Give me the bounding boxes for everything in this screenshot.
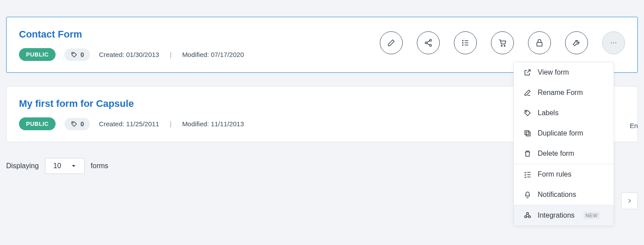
- menu-rename-form[interactable]: Rename Form: [514, 83, 614, 103]
- results-button[interactable]: [454, 31, 477, 54]
- menu-label: Integrations: [538, 211, 575, 219]
- integrations-icon: [524, 211, 532, 219]
- menu-integrations[interactable]: Integrations NEW: [514, 205, 614, 226]
- more-button[interactable]: [602, 31, 625, 54]
- menu-labels[interactable]: Labels: [514, 103, 614, 123]
- share-icon: [424, 38, 433, 47]
- tag-count: 0: [80, 121, 84, 128]
- meta-divider: |: [170, 120, 172, 128]
- tag-icon: [71, 51, 78, 58]
- caret-down-icon: [71, 163, 76, 169]
- created-date: Created: 01/30/2013: [99, 51, 159, 58]
- svg-point-5: [462, 42, 463, 43]
- wrench-icon: [572, 38, 581, 47]
- svg-point-13: [73, 122, 74, 123]
- menu-view-form[interactable]: View form: [514, 62, 614, 83]
- tag-icon: [71, 121, 78, 128]
- svg-point-14: [526, 111, 527, 112]
- visibility-badge: PUBLIC: [19, 48, 56, 61]
- menu-label: Rename Form: [538, 89, 583, 97]
- share-button[interactable]: [417, 31, 440, 54]
- settings-button[interactable]: [565, 31, 588, 54]
- svg-rect-9: [537, 42, 542, 46]
- created-date: Created: 11/25/2011: [99, 120, 159, 128]
- pager-label-after: forms: [91, 162, 109, 170]
- tag-count-badge[interactable]: 0: [64, 118, 90, 130]
- svg-point-7: [501, 45, 502, 46]
- svg-point-4: [462, 40, 463, 41]
- svg-point-8: [504, 45, 505, 46]
- modified-date: Modified: 07/17/2020: [182, 51, 244, 58]
- menu-label: Form rules: [538, 170, 571, 178]
- next-page-button[interactable]: [621, 192, 638, 209]
- cart-icon: [498, 38, 507, 47]
- menu-label: Labels: [538, 109, 558, 117]
- trash-icon: [524, 150, 532, 158]
- chevron-right-icon: [626, 198, 633, 204]
- menu-delete[interactable]: Delete form: [514, 143, 614, 164]
- svg-rect-16: [526, 132, 530, 136]
- svg-point-12: [615, 42, 617, 44]
- svg-point-11: [613, 42, 614, 44]
- truncated-text: En: [630, 122, 638, 129]
- more-actions-menu: View form Rename Form Labels Duplicate f…: [513, 62, 614, 226]
- checklist-icon: [524, 170, 532, 178]
- rename-icon: [524, 89, 532, 97]
- menu-label: Delete form: [538, 150, 574, 158]
- edit-button[interactable]: [380, 31, 403, 54]
- modified-date: Modified: 11/11/2013: [182, 120, 244, 128]
- svg-point-6: [462, 45, 463, 45]
- action-bar: [380, 31, 625, 54]
- list-icon: [461, 38, 470, 47]
- lock-icon: [535, 38, 544, 47]
- svg-point-0: [73, 53, 74, 54]
- pencil-icon: [387, 38, 396, 47]
- dots-icon: [609, 38, 618, 47]
- svg-rect-15: [525, 131, 529, 135]
- bell-icon: [524, 191, 532, 199]
- menu-duplicate[interactable]: Duplicate form: [514, 123, 614, 143]
- visibility-badge: PUBLIC: [19, 117, 56, 130]
- meta-divider: |: [170, 51, 172, 58]
- pager-label-before: Displaying: [6, 162, 39, 170]
- new-badge: NEW: [584, 212, 600, 219]
- duplicate-icon: [524, 129, 532, 137]
- page-size-value: 10: [53, 162, 61, 170]
- svg-point-10: [611, 42, 612, 44]
- tag-icon: [524, 109, 532, 117]
- external-link-icon: [524, 68, 532, 76]
- page-size-select[interactable]: 10: [45, 158, 85, 174]
- menu-label: Duplicate form: [538, 129, 583, 137]
- menu-label: Notifications: [538, 191, 576, 199]
- security-button[interactable]: [528, 31, 551, 54]
- menu-label: View form: [538, 68, 569, 76]
- tag-count-badge[interactable]: 0: [64, 49, 90, 61]
- payments-button[interactable]: [491, 31, 514, 54]
- menu-notifications[interactable]: Notifications: [514, 185, 614, 205]
- tag-count: 0: [80, 51, 84, 58]
- menu-rules[interactable]: Form rules: [514, 164, 614, 185]
